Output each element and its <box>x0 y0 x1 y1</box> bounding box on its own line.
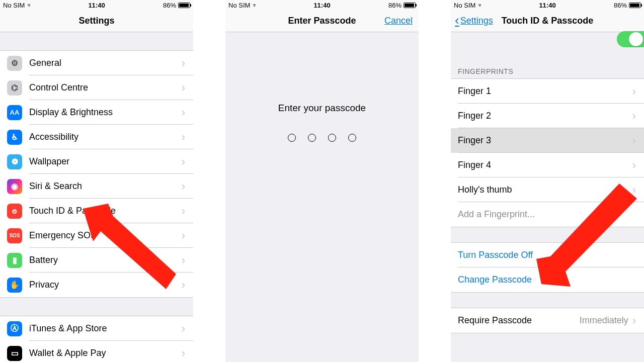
accessibility-icon: ♿︎ <box>7 130 22 145</box>
passcode-dot <box>328 134 336 142</box>
carrier-label: No SIM <box>3 2 25 9</box>
nav-title: Settings <box>78 16 114 26</box>
settings-list-group2: Ⓐ iTunes & App Store › ▭ Wallet & Apple … <box>0 316 193 362</box>
fingerprints-list: Finger 1 › Finger 2 › Finger 3 › Finger … <box>451 78 644 227</box>
battery-icon <box>629 3 641 8</box>
cancel-button[interactable]: Cancel <box>384 10 413 32</box>
status-bar: No SIM ᯤ 11:40 86% <box>451 0 644 10</box>
battery-icon <box>404 3 416 8</box>
wallpaper-icon: ❁ <box>7 154 22 169</box>
require-passcode-row[interactable]: Require Passcode Immediately › <box>451 308 644 333</box>
sliders-icon: ⌬ <box>7 80 22 96</box>
settings-row-touchid[interactable]: ⌾ Touch ID & Passcode › <box>0 199 193 223</box>
settings-row-wallet[interactable]: ▭ Wallet & Apple Pay › <box>0 341 193 362</box>
chevron-right-icon: › <box>182 280 185 291</box>
fingerprint-row[interactable]: Finger 3 › <box>451 128 644 153</box>
settings-row-accessibility[interactable]: ♿︎ Accessibility › <box>0 125 193 149</box>
fingerprint-icon: ⌾ <box>7 204 22 219</box>
wallet-icon: ▭ <box>7 346 22 361</box>
nav-title: Enter Passcode <box>288 16 356 26</box>
nav-bar: Enter Passcode Cancel <box>225 10 419 32</box>
passcode-dot <box>288 134 296 142</box>
chevron-right-icon: › <box>182 58 185 69</box>
add-fingerprint-row[interactable]: Add a Fingerprint... <box>451 202 644 227</box>
settings-row-itunes[interactable]: Ⓐ iTunes & App Store › <box>0 316 193 341</box>
clock: 11:40 <box>65 2 128 9</box>
nav-bar: Settings <box>0 10 193 32</box>
hand-icon: ✋ <box>7 278 22 293</box>
chevron-right-icon: › <box>632 111 636 122</box>
fingerprint-row[interactable]: Holly's thumb › <box>451 177 644 202</box>
chevron-right-icon: › <box>182 181 185 192</box>
change-passcode-row[interactable]: Change Passcode <box>451 267 644 292</box>
wifi-icon: ᯤ <box>252 2 259 9</box>
fingerprint-row[interactable]: Finger 4 › <box>451 153 644 177</box>
chevron-right-icon: › <box>182 323 185 334</box>
chevron-right-icon: › <box>182 255 185 266</box>
settings-row-siri[interactable]: ◉ Siri & Search › <box>0 174 193 199</box>
text-size-icon: AA <box>7 105 22 120</box>
settings-row-sos[interactable]: SOS Emergency SOS › <box>0 223 193 248</box>
battery-pct: 86% <box>163 2 176 9</box>
settings-row-battery[interactable]: ▮ Battery › <box>0 248 193 273</box>
screen-touchid-passcode: No SIM ᯤ 11:40 86% ‹Settings Touch ID & … <box>451 0 644 362</box>
passcode-actions: Turn Passcode Off Change Passcode <box>451 242 644 293</box>
chevron-right-icon: › <box>182 348 185 359</box>
require-passcode-value: Immediately <box>580 315 628 326</box>
chevron-left-icon: ‹ <box>455 14 459 27</box>
require-passcode: Require Passcode Immediately › <box>451 308 644 333</box>
passcode-dot <box>348 134 356 142</box>
chevron-right-icon: › <box>182 156 185 167</box>
settings-row-wallpaper[interactable]: ❁ Wallpaper › <box>0 149 193 174</box>
chevron-right-icon: › <box>632 135 636 146</box>
settings-row-control-centre[interactable]: ⌬ Control Centre › <box>0 75 193 100</box>
turn-passcode-off-row[interactable]: Turn Passcode Off <box>451 243 644 267</box>
appstore-icon: Ⓐ <box>7 321 22 336</box>
status-bar: No SIM ᯤ 11:40 86% <box>225 0 419 10</box>
chevron-right-icon: › <box>182 107 185 118</box>
nav-bar: ‹Settings Touch ID & Passcode <box>451 10 644 32</box>
passcode-prompt: Enter your passcode <box>225 103 419 114</box>
chevron-right-icon: › <box>632 160 636 171</box>
screen-settings: No SIM ᯤ 11:40 86% Settings ⚙︎ General ›… <box>0 0 193 362</box>
settings-row-display[interactable]: AA Display & Brightness › <box>0 100 193 125</box>
chevron-right-icon: › <box>182 132 185 143</box>
battery-icon <box>178 3 190 8</box>
siri-icon: ◉ <box>7 179 22 194</box>
toggle-switch[interactable] <box>617 31 644 47</box>
passcode-dot <box>308 134 316 142</box>
screen-enter-passcode: No SIM ᯤ 11:40 86% Enter Passcode Cancel… <box>225 0 419 362</box>
sos-icon: SOS <box>7 228 22 243</box>
status-bar: No SIM ᯤ 11:40 86% <box>0 0 193 10</box>
chevron-right-icon: › <box>182 230 185 241</box>
settings-row-general[interactable]: ⚙︎ General › <box>0 51 193 75</box>
settings-row-privacy[interactable]: ✋ Privacy › <box>0 273 193 297</box>
chevron-right-icon: › <box>182 82 185 94</box>
passcode-dots <box>225 134 419 142</box>
wifi-icon: ᯤ <box>477 2 484 9</box>
group-header-fingerprints: FINGERPRINTS <box>451 60 644 78</box>
settings-list: ⚙︎ General › ⌬ Control Centre › AA Displ… <box>0 50 193 298</box>
fingerprint-row[interactable]: Finger 2 › <box>451 104 644 128</box>
chevron-right-icon: › <box>632 185 636 196</box>
chevron-right-icon: › <box>632 86 636 97</box>
back-button[interactable]: ‹Settings <box>455 10 493 32</box>
nav-title: Touch ID & Passcode <box>502 16 594 26</box>
fingerprint-row[interactable]: Finger 1 › <box>451 79 644 104</box>
battery-icon: ▮ <box>7 253 22 268</box>
wifi-icon: ᯤ <box>27 2 33 9</box>
chevron-right-icon: › <box>632 315 636 326</box>
chevron-right-icon: › <box>182 206 185 217</box>
gear-icon: ⚙︎ <box>7 56 22 71</box>
